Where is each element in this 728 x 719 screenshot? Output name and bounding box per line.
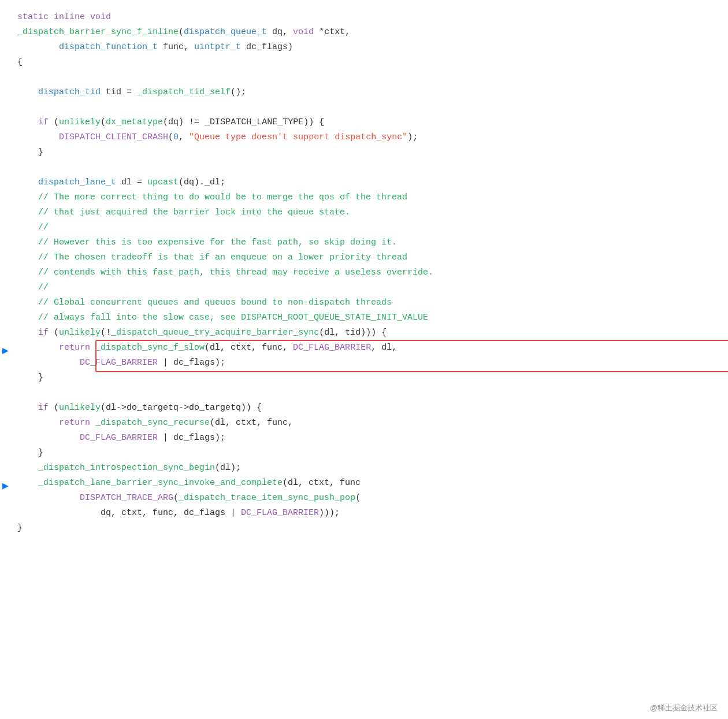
code-line: DC_FLAG_BARRIER | dc_flags); bbox=[0, 356, 728, 371]
token: DC_FLAG_BARRIER bbox=[293, 343, 371, 353]
token bbox=[17, 117, 38, 127]
token: , bbox=[179, 132, 189, 142]
token: | dc_flags); bbox=[158, 433, 225, 443]
code-text: // contends with this fast path, this th… bbox=[17, 266, 433, 280]
token: _dispatch_queue_try_acquire_barrier_sync bbox=[111, 328, 319, 338]
code-line: static inline void bbox=[0, 10, 728, 25]
token: unlikely bbox=[59, 328, 101, 338]
code-line bbox=[0, 386, 728, 401]
code-line: } bbox=[0, 446, 728, 461]
token bbox=[17, 418, 59, 428]
token: dispatch_queue_t bbox=[184, 27, 267, 37]
token: (dl); bbox=[215, 463, 241, 473]
code-text: dispatch_tid tid = _dispatch_tid_self(); bbox=[17, 86, 246, 99]
code-line: // bbox=[0, 221, 728, 236]
token: // contends with this fast path, this th… bbox=[17, 268, 433, 277]
token: ); bbox=[407, 132, 418, 142]
token: 0 bbox=[173, 132, 179, 142]
token: ( bbox=[49, 403, 59, 413]
code-text: _dispatch_introspection_sync_begin(dl); bbox=[17, 461, 241, 475]
token: unlikely bbox=[59, 117, 101, 127]
code-line: DISPATCH_TRACE_ARG(_dispatch_trace_item_… bbox=[0, 491, 728, 506]
token: _dispatch_lane_barrier_sync_invoke_and_c… bbox=[38, 478, 283, 488]
code-text: _dispatch_barrier_sync_f_inline(dispatch… bbox=[17, 25, 350, 39]
token: ( bbox=[168, 132, 173, 142]
token: ( bbox=[101, 117, 106, 127]
token: _dispatch_barrier_sync_f_inline bbox=[17, 27, 179, 37]
code-text: DISPATCH_CLIENT_CRASH(0, "Queue type doe… bbox=[17, 131, 418, 144]
token: if bbox=[38, 403, 49, 413]
token: // that just acquired the barrier lock i… bbox=[17, 207, 350, 217]
code-line bbox=[0, 71, 728, 86]
token: ( bbox=[179, 27, 184, 37]
token: (! bbox=[101, 328, 111, 338]
token: DISPATCH_TRACE_ARG bbox=[17, 493, 173, 503]
code-line: } bbox=[0, 521, 728, 536]
code-line bbox=[0, 161, 728, 176]
token: if bbox=[38, 117, 49, 127]
token bbox=[90, 343, 95, 353]
token: inline bbox=[54, 12, 90, 22]
code-line: // Global concurrent queues and queues b… bbox=[0, 296, 728, 311]
code-text: return _dispatch_sync_recurse(dl, ctxt, … bbox=[17, 416, 293, 430]
token: (dl, tid))) { bbox=[319, 328, 387, 338]
code-line: if (unlikely(!_dispatch_queue_try_acquir… bbox=[0, 326, 728, 341]
token: ))); bbox=[319, 508, 340, 518]
code-text: if (unlikely(dl->do_targetq->do_targetq)… bbox=[17, 401, 262, 415]
token: dx_metatype bbox=[106, 117, 163, 127]
token: } bbox=[17, 147, 43, 157]
code-line: // The more correct thing to do would be… bbox=[0, 191, 728, 206]
token: dispatch_tid bbox=[17, 87, 101, 97]
code-text: return _dispatch_sync_f_slow(dl, ctxt, f… bbox=[17, 341, 397, 355]
token: ( bbox=[49, 117, 59, 127]
token: _dispatch_introspection_sync_begin bbox=[38, 463, 215, 473]
token: // Global concurrent queues and queues b… bbox=[17, 298, 392, 307]
code-text: DISPATCH_TRACE_ARG(_dispatch_trace_item_… bbox=[17, 491, 361, 505]
code-line: dispatch_lane_t dl = upcast(dq)._dl; bbox=[0, 176, 728, 191]
code-line: // However this is too expensive for the… bbox=[0, 236, 728, 251]
token: // bbox=[17, 223, 49, 232]
token bbox=[17, 343, 59, 353]
token bbox=[17, 328, 38, 338]
code-line: // contends with this fast path, this th… bbox=[0, 266, 728, 281]
token: (dl, ctxt, func, bbox=[205, 343, 293, 353]
token: ( bbox=[49, 328, 59, 338]
code-line: _dispatch_introspection_sync_begin(dl); bbox=[0, 461, 728, 476]
token: static bbox=[17, 12, 54, 22]
token: } bbox=[17, 523, 23, 533]
code-text: // The chosen tradeoff is that if an enq… bbox=[17, 251, 407, 265]
code-text: { bbox=[17, 55, 23, 69]
code-text: } bbox=[17, 521, 23, 535]
token: // bbox=[17, 283, 49, 292]
token: return bbox=[59, 343, 90, 353]
code-text: } bbox=[17, 371, 43, 385]
code-text: // However this is too expensive for the… bbox=[17, 236, 397, 250]
token: (dl, ctxt, func, bbox=[210, 418, 293, 428]
token: (dl, ctxt, func bbox=[283, 478, 361, 488]
token: DISPATCH_CLIENT_CRASH bbox=[17, 132, 168, 142]
token: // The chosen tradeoff is that if an enq… bbox=[17, 253, 407, 262]
code-text: dispatch_function_t func, uintptr_t dc_f… bbox=[17, 40, 293, 54]
code-line bbox=[0, 101, 728, 116]
token: _dispatch_trace_item_sync_push_pop bbox=[179, 493, 355, 503]
token: *ctxt, bbox=[314, 27, 350, 37]
token: dq, ctxt, func, dc_flags | bbox=[17, 508, 241, 518]
token: upcast bbox=[147, 177, 179, 187]
code-line: } bbox=[0, 146, 728, 161]
code-container: static inline void_dispatch_barrier_sync… bbox=[0, 0, 728, 719]
code-line: // The chosen tradeoff is that if an enq… bbox=[0, 251, 728, 266]
token bbox=[17, 463, 38, 473]
token: void bbox=[90, 12, 111, 22]
token: _dispatch_sync_recurse bbox=[95, 418, 210, 428]
code-text: DC_FLAG_BARRIER | dc_flags); bbox=[17, 356, 225, 370]
code-line: _dispatch_barrier_sync_f_inline(dispatch… bbox=[0, 25, 728, 40]
token: DC_FLAG_BARRIER bbox=[17, 358, 158, 368]
code-line: { bbox=[0, 55, 728, 71]
code-line: } bbox=[0, 371, 728, 386]
code-line: // bbox=[0, 281, 728, 296]
token: // However this is too expensive for the… bbox=[17, 238, 397, 247]
code-line: ▶ return _dispatch_sync_f_slow(dl, ctxt,… bbox=[0, 341, 728, 356]
token: (); bbox=[231, 87, 246, 97]
token: // The more correct thing to do would be… bbox=[17, 192, 407, 202]
token: | dc_flags); bbox=[158, 358, 225, 368]
